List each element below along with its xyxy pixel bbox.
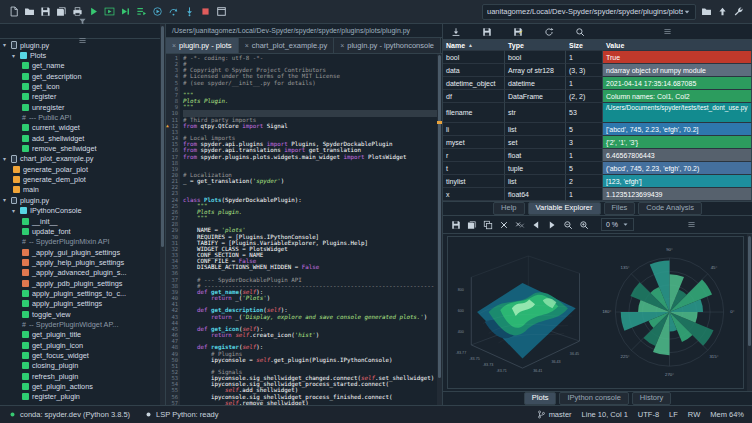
variable-row-df[interactable]: dfDataFrame(2, 2)Column names: Col1, Col…	[443, 90, 752, 103]
outline-item-apply_plugin_settings[interactable]: apply_plugin_settings	[0, 299, 165, 309]
copy-plot-button[interactable]	[480, 216, 495, 234]
stop-button[interactable]	[198, 3, 213, 21]
variable-row-myset[interactable]: mysetset3{'2', '1', '3'}	[443, 136, 752, 149]
next-plot-button[interactable]	[544, 216, 559, 234]
save-all-plots-button[interactable]	[464, 216, 479, 234]
outline-item-get_description[interactable]: get_description	[0, 71, 165, 81]
zoom-control[interactable]: 0 %	[601, 218, 634, 231]
outline-item-main[interactable]: main	[0, 185, 165, 195]
git-branch[interactable]: master	[537, 410, 572, 419]
variable-row-bool[interactable]: boolbool1True	[443, 51, 752, 64]
previous-plot-button[interactable]	[528, 216, 543, 234]
outline-item-remove_shellwidget[interactable]: remove_shellwidget	[0, 143, 165, 153]
outline-scrollbar[interactable]	[160, 24, 165, 405]
outline-item-_apply_help_plugin_settings[interactable]: _apply_help_plugin_settings	[0, 257, 165, 267]
column-header-value[interactable]: Value	[603, 40, 752, 51]
filter-button[interactable]	[75, 13, 90, 31]
outline-item-ipythonconsole[interactable]: ▾IPythonConsole	[0, 206, 165, 216]
outline-item-chart_plot_example.py[interactable]: ▾chart_plot_example.py	[0, 154, 165, 164]
outline-item-apply_plugin_settings_to_c...[interactable]: apply_plugin_settings_to_c...	[0, 288, 165, 298]
outline-item---spyderpluginwidgetap...[interactable]: #-- SpyderPluginWidget AP...	[0, 319, 165, 329]
tab-code-analysis[interactable]: Code Analysis	[638, 202, 702, 214]
step-over-button[interactable]	[166, 3, 181, 21]
outline-item-current_widget[interactable]: current_widget	[0, 123, 165, 133]
pane-options-button[interactable]	[660, 23, 675, 41]
variable-row-t[interactable]: ttuple5('abcd', 745, 2.23, 'efgh', 70.2)	[443, 162, 752, 175]
editor-tab-chart_plot_example.py[interactable]: ×chart_plot_example.py	[239, 38, 335, 53]
save-data-button[interactable]	[479, 23, 494, 41]
outline-item-generate_polar_plot[interactable]: generate_polar_plot	[0, 164, 165, 174]
expander-icon[interactable]: ▾	[3, 156, 10, 162]
maximize-button[interactable]	[214, 3, 229, 21]
outline-item-update_font[interactable]: update_font	[0, 226, 165, 236]
outline-item-get_icon[interactable]: get_icon	[0, 81, 165, 91]
outline-item-_apply_advanced_plugin_s...[interactable]: _apply_advanced_plugin_s...	[0, 268, 165, 278]
outline-item-unregister[interactable]: unregister	[0, 102, 165, 112]
outline-item-toggle_view[interactable]: toggle_view	[0, 309, 165, 319]
variable-row-datetime_object[interactable]: datetime_objectdatetime12021-04-14 17:35…	[443, 77, 752, 90]
close-tab-icon[interactable]: ×	[340, 42, 344, 49]
tab-help[interactable]: Help	[493, 202, 524, 214]
outline-item-plugin.py[interactable]: ▾plugin.py	[0, 195, 165, 205]
outline-item-_apply_gui_plugin_settings[interactable]: _apply_gui_plugin_settings	[0, 247, 165, 257]
outline-item-get_plugin_actions[interactable]: get_plugin_actions	[0, 381, 165, 391]
expander-icon[interactable]: ▾	[12, 208, 19, 214]
outline-item-_apply_pdb_plugin_settings[interactable]: _apply_pdb_plugin_settings	[0, 278, 165, 288]
tab-files[interactable]: Files	[604, 202, 636, 214]
code-editor[interactable]: 1234567891011▲12131415161718192021222324…	[166, 54, 442, 405]
browse-working-directory-button[interactable]	[699, 3, 714, 21]
variable-row-li[interactable]: lilist5['abcd', 745, 2.23, 'efgh', 70.2]	[443, 123, 752, 136]
variable-row-x[interactable]: xfloat6411.1235123699439	[443, 188, 752, 201]
search-variables-button[interactable]	[572, 23, 587, 41]
tab-plots[interactable]: Plots	[524, 392, 557, 404]
outline-item----publicapi[interactable]: #--- Public API	[0, 112, 165, 122]
plots-scrollbar[interactable]	[747, 234, 752, 391]
editor-scrollbar[interactable]	[437, 54, 442, 405]
expander-icon[interactable]: ▾	[3, 42, 10, 48]
refresh-variables-button[interactable]	[541, 23, 556, 41]
preferences-button[interactable]	[731, 3, 746, 21]
outline-item---spyderpluginmixinapi[interactable]: #-- SpyderPluginMixin API	[0, 237, 165, 247]
outline-item-register_plugin[interactable]: register_plugin	[0, 392, 165, 402]
editor-tab-plugin.py---plots[interactable]: ×plugin.py - plots	[166, 38, 239, 53]
outline-item-plugin.py[interactable]: ▾plugin.py	[0, 40, 165, 50]
remove-plot-button[interactable]	[496, 216, 511, 234]
outline-item-plots[interactable]: ▾Plots	[0, 50, 165, 60]
variable-row-data[interactable]: dataArray of str128(3, 3)ndarray object …	[443, 64, 752, 77]
column-header-name[interactable]: Name▲	[443, 40, 505, 51]
working-directory-combobox[interactable]: uanitagomez/Local/Dev-Spyder/spyder/spyd…	[482, 4, 696, 20]
conda-environment[interactable]: conda: spyder.dev (Python 3.8.5)	[8, 410, 130, 419]
save-plot-button[interactable]	[448, 216, 463, 234]
column-header-type[interactable]: Type	[505, 40, 566, 51]
zoom-in-button[interactable]	[576, 216, 591, 234]
remove-all-plots-button[interactable]	[512, 216, 527, 234]
outline-item-register[interactable]: register	[0, 92, 165, 102]
parent-directory-button[interactable]	[715, 3, 730, 21]
outline-item-refresh_plugin[interactable]: refresh_plugin	[0, 371, 165, 381]
column-header-size[interactable]: Size	[566, 40, 603, 51]
variable-row-filename[interactable]: filenamestr53/Users/Documents/spyder/tes…	[443, 103, 752, 123]
expander-icon[interactable]: ▾	[12, 53, 19, 59]
outline-item-get_plugin_icon[interactable]: get_plugin_icon	[0, 340, 165, 350]
import-data-button[interactable]	[448, 23, 463, 41]
close-tab-icon[interactable]: ×	[245, 42, 249, 49]
outline-item-get_focus_widget[interactable]: get_focus_widget	[0, 350, 165, 360]
editor-tab-plugin.py---ipythonconsole[interactable]: ×plugin.py - ipythonconsole	[334, 38, 441, 53]
step-into-button[interactable]	[182, 3, 197, 21]
outline-item-get_plugin_title[interactable]: get_plugin_title	[0, 330, 165, 340]
close-tab-icon[interactable]: ×	[172, 42, 176, 49]
outline-item-closing_plugin[interactable]: closing_plugin	[0, 361, 165, 371]
variable-row-tinylist[interactable]: tinylistlist2[123, 'efgh']	[443, 175, 752, 188]
zoom-out-button[interactable]	[560, 216, 575, 234]
variable-row-r[interactable]: rfloat16.46567806443	[443, 149, 752, 162]
plots-pane-options-button[interactable]	[684, 216, 699, 234]
save-data-as-button[interactable]	[510, 23, 525, 41]
lsp-status[interactable]: LSP Python: ready	[144, 410, 218, 419]
tab-history[interactable]: History	[632, 392, 671, 404]
expander-icon[interactable]: ▾	[3, 197, 10, 203]
outline-item-add_shellwidget[interactable]: add_shellwidget	[0, 133, 165, 143]
outline-item-__init__[interactable]: __init__	[0, 216, 165, 226]
tab-ipython-console[interactable]: IPython console	[559, 392, 628, 404]
outline-item-generate_dem_plot[interactable]: generate_dem_plot	[0, 174, 165, 184]
tab-variable-explorer[interactable]: Variable Explorer	[528, 202, 601, 214]
